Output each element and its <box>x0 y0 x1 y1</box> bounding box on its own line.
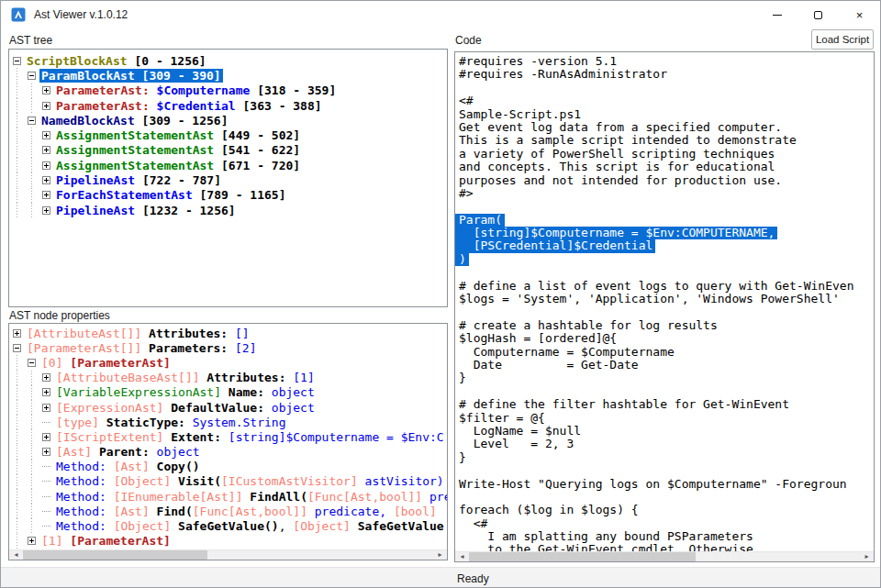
expander-plus-icon[interactable] <box>42 161 50 170</box>
ast-tree-node[interactable]: PipelineAst [722 - 787] <box>13 172 447 187</box>
ast-tree-node[interactable]: PipelineAst [1232 - 1256] <box>13 203 447 217</box>
code-line[interactable]: <# <box>455 94 874 107</box>
code-line[interactable] <box>455 491 874 504</box>
expander-plus-icon[interactable] <box>42 404 50 412</box>
ast-property-node[interactable]: [type] StaticType: System.String <box>13 415 447 429</box>
ast-property-node[interactable]: [AttributeAst[]] Attributes: [] <box>13 326 447 340</box>
code-line[interactable] <box>455 305 874 318</box>
ast-property-node-text[interactable]: [AttributeAst[]] Attributes: [] <box>25 327 251 340</box>
expander-plus-icon[interactable] <box>42 206 50 215</box>
code-line[interactable]: <# <box>455 517 874 530</box>
code-panel[interactable]: #requires -version 5.1#requires -RunAsAd… <box>454 51 875 562</box>
expander-plus-icon[interactable] <box>42 86 50 94</box>
ast-property-node[interactable]: [Ast] Parent: object <box>13 445 447 460</box>
scrollbar-track[interactable] <box>469 552 860 561</box>
ast-property-node-text[interactable]: [AttributeBaseAst[]] Attributes: [1] <box>54 371 317 384</box>
expander-plus-icon[interactable] <box>42 146 50 154</box>
ast-tree-node-text[interactable]: PipelineAst [722 - 787] <box>54 173 223 187</box>
code-line[interactable]: Sample-Script.ps1 <box>455 108 874 121</box>
code-line[interactable]: Computername = $Computername <box>455 346 874 359</box>
ast-property-node-text[interactable]: [0] [ParameterAst] <box>39 356 173 370</box>
ast-property-node[interactable]: Method: [Ast] Copy() <box>13 460 447 474</box>
code-line[interactable]: # define the filter hashtable for Get-Wi… <box>455 398 874 411</box>
maximize-button[interactable] <box>797 1 839 28</box>
ast-tree-node[interactable]: NamedBlockAst [309 - 1256] <box>13 113 447 128</box>
code-line[interactable]: #> <box>455 187 874 200</box>
code-line[interactable]: #requires -RunAsAdministrator <box>455 68 874 81</box>
ast-tree-node-text[interactable]: AssignmentStatementAst [541 - 622] <box>54 143 302 157</box>
code-line[interactable]: } <box>455 372 874 384</box>
ast-property-node-text[interactable]: [ParameterAst[]] Parameters: [2] <box>25 341 258 355</box>
expander-minus-icon[interactable] <box>13 344 21 352</box>
code-line[interactable]: # define a list of event logs to query w… <box>455 280 874 293</box>
code-line[interactable] <box>455 82 874 94</box>
ast-tree-node-text[interactable]: PipelineAst [1232 - 1256] <box>54 204 238 217</box>
expander-plus-icon[interactable] <box>42 131 50 139</box>
expander-minus-icon[interactable] <box>28 72 36 80</box>
ast-tree-node[interactable]: AssignmentStatementAst [449 - 502] <box>13 128 447 142</box>
code-line[interactable]: Date = Get-Date <box>455 359 874 372</box>
code-line[interactable] <box>455 266 874 279</box>
code-line[interactable] <box>455 464 874 477</box>
ast-property-node-text[interactable]: [Ast] Parent: object <box>54 445 202 459</box>
code-line[interactable]: purposes and not intended for production… <box>455 174 874 187</box>
code-line[interactable]: Write-Host "Querying logs on $Computerna… <box>455 478 874 491</box>
code-line[interactable]: $logHash = [ordered]@{ <box>455 332 874 345</box>
code-line[interactable]: Get event log data from a specified comp… <box>455 121 874 134</box>
load-script-button[interactable]: Load Script <box>811 29 874 50</box>
scroll-right-arrow-icon[interactable]: ▸ <box>860 552 874 561</box>
code-line[interactable]: This is a sample script intended to demo… <box>455 134 874 147</box>
expander-plus-icon[interactable] <box>42 102 50 110</box>
ast-property-node[interactable]: [ExpressionAst] DefaultValue: object <box>13 400 447 415</box>
expander-plus-icon[interactable] <box>42 388 50 396</box>
ast-property-node[interactable]: [0] [ParameterAst] <box>13 355 447 370</box>
ast-property-node[interactable]: Method: [Object] Visit([ICustomAstVisito… <box>13 474 447 489</box>
expander-plus-icon[interactable] <box>42 433 50 441</box>
ast-tree-node[interactable]: ParamBlockAst [309 - 390] <box>13 68 447 83</box>
ast-tree-node-text[interactable]: ParameterAst: $Credential [363 - 388] <box>54 99 324 113</box>
code-text-area[interactable]: #requires -version 5.1#requires -RunAsAd… <box>455 52 874 557</box>
ast-property-node-text[interactable]: [1] [ParameterAst] <box>39 534 173 548</box>
expander-plus-icon[interactable] <box>42 176 50 184</box>
code-line[interactable]: $logs = 'System', 'Application', 'Window… <box>455 293 874 305</box>
ast-property-node[interactable]: [VariableExpressionAst] Name: object <box>13 385 447 400</box>
ast-property-node-text[interactable]: Method: [Ast] Find([Func[Ast,bool]] pred… <box>54 505 439 518</box>
scroll-left-arrow-icon[interactable]: ◂ <box>455 552 469 561</box>
code-line[interactable]: ) <box>455 253 874 266</box>
ast-tree-node-text[interactable]: ForEachStatementAst [789 - 1165] <box>54 188 287 202</box>
ast-tree-node[interactable]: AssignmentStatementAst [541 - 622] <box>13 143 447 158</box>
ast-tree-node-text[interactable]: ParameterAst: $Computername [318 - 359] <box>54 83 338 97</box>
code-line[interactable] <box>455 385 874 398</box>
code-line[interactable]: LogName = $null <box>455 425 874 438</box>
code-line[interactable] <box>455 200 874 213</box>
ast-property-node[interactable]: [ParameterAst[]] Parameters: [2] <box>13 340 447 355</box>
ast-tree-node[interactable]: ParameterAst: $Credential [363 - 388] <box>13 98 447 113</box>
ast-property-node[interactable]: Method: [IEnumerable[Ast]] FindAll([Func… <box>13 489 447 504</box>
code-line[interactable]: Param( <box>455 214 874 227</box>
expander-plus-icon[interactable] <box>42 373 50 382</box>
properties-horizontal-scrollbar[interactable]: ◂ ▸ <box>9 549 447 560</box>
expander-plus-icon[interactable] <box>28 537 36 545</box>
ast-property-node-text[interactable]: [ExpressionAst] DefaultValue: object <box>54 401 317 415</box>
ast-tree-node-text[interactable]: AssignmentStatementAst [671 - 720] <box>54 159 302 172</box>
ast-property-node[interactable]: [1] [ParameterAst] <box>13 534 447 549</box>
scrollbar-track[interactable] <box>23 550 433 560</box>
scrollbar-thumb[interactable] <box>23 550 207 560</box>
expander-plus-icon[interactable] <box>13 329 21 338</box>
code-line[interactable]: and concepts. This script is for educati… <box>455 161 874 173</box>
ast-node-properties-panel[interactable]: [AttributeAst[]] Attributes: [][Paramete… <box>8 323 448 560</box>
ast-tree-node-text[interactable]: AssignmentStatementAst [449 - 502] <box>54 128 302 142</box>
expander-plus-icon[interactable] <box>42 448 50 456</box>
scroll-left-arrow-icon[interactable]: ◂ <box>9 550 23 560</box>
ast-property-node-text[interactable]: [type] StaticType: System.String <box>54 416 287 429</box>
ast-property-node[interactable]: Method: [Ast] Find([Func[Ast,bool]] pred… <box>13 504 447 518</box>
ast-tree-node[interactable]: AssignmentStatementAst [671 - 720] <box>13 158 447 172</box>
code-line[interactable]: [PSCredential]$Credential <box>455 239 874 252</box>
ast-tree-node[interactable]: ScriptBlockAst [0 - 1256] <box>13 53 447 68</box>
code-line[interactable]: #requires -version 5.1 <box>455 55 874 68</box>
code-line[interactable]: [string]$Computername = $Env:COMPUTERNAM… <box>455 227 874 239</box>
ast-property-node-text[interactable]: Method: [Object] SafeGetValue(), [Object… <box>54 519 446 533</box>
ast-tree-node-text[interactable]: NamedBlockAst [309 - 1256] <box>39 114 230 128</box>
ast-property-node-text[interactable]: Method: [IEnumerable[Ast]] FindAll([Func… <box>54 490 448 504</box>
ast-property-node-text[interactable]: [IScriptExtent] Extent: [string]$Compute… <box>54 430 446 444</box>
